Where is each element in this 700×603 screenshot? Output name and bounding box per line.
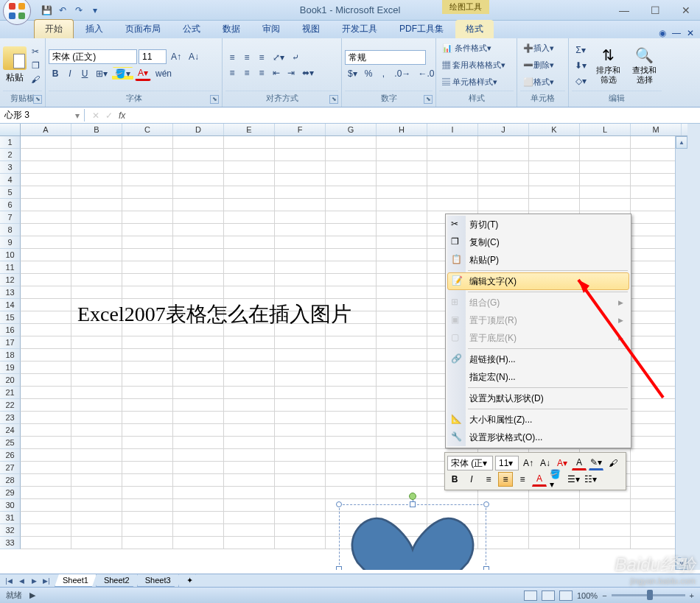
- cell[interactable]: [21, 412, 71, 424]
- cell[interactable]: [224, 211, 275, 224]
- format-as-table-button[interactable]: ▦ 套用表格格式▾: [439, 58, 508, 72]
- zoom-out-icon[interactable]: −: [602, 591, 606, 600]
- col-header[interactable]: F: [275, 124, 326, 135]
- italic-button[interactable]: I: [63, 67, 77, 80]
- cell[interactable]: [631, 437, 682, 449]
- cell[interactable]: [224, 524, 275, 537]
- cell[interactable]: [275, 286, 326, 299]
- row-header[interactable]: 33: [0, 537, 21, 549]
- cell[interactable]: [173, 174, 224, 186]
- cell[interactable]: [377, 261, 427, 274]
- cell[interactable]: [275, 424, 326, 437]
- tab-page-layout[interactable]: 页面布局: [115, 20, 171, 38]
- cell[interactable]: [122, 512, 173, 524]
- autosum-icon[interactable]: Σ▾: [572, 43, 589, 57]
- cell[interactable]: [377, 474, 427, 487]
- cell[interactable]: [377, 399, 427, 412]
- ctx-copy[interactable]: ❐复制(C): [447, 233, 629, 251]
- col-header[interactable]: D: [173, 124, 224, 135]
- cell[interactable]: [326, 261, 377, 274]
- row-header[interactable]: 18: [0, 349, 21, 362]
- cell[interactable]: [173, 499, 224, 512]
- cell[interactable]: [377, 149, 427, 161]
- cell[interactable]: [275, 474, 326, 487]
- cell[interactable]: [377, 462, 427, 474]
- cell[interactable]: [377, 437, 427, 449]
- tab-format[interactable]: 格式: [455, 20, 494, 38]
- cell[interactable]: [224, 149, 275, 161]
- cell[interactable]: [275, 136, 326, 149]
- cell[interactable]: [21, 286, 71, 299]
- cell[interactable]: [122, 186, 173, 199]
- cell[interactable]: [631, 499, 682, 512]
- tab-formulas[interactable]: 公式: [172, 20, 211, 38]
- decrease-decimal-icon[interactable]: ←.0: [415, 67, 437, 80]
- select-all-corner[interactable]: [0, 124, 21, 135]
- cell[interactable]: [631, 199, 682, 211]
- cell[interactable]: [173, 387, 224, 399]
- col-header[interactable]: B: [71, 124, 122, 135]
- cell[interactable]: [478, 199, 529, 211]
- font-size-combo[interactable]: 11: [139, 49, 167, 64]
- cell[interactable]: [631, 324, 682, 336]
- cell[interactable]: [173, 186, 224, 199]
- page-layout-view-icon[interactable]: [542, 590, 555, 601]
- cell[interactable]: [122, 499, 173, 512]
- cell[interactable]: [529, 161, 580, 174]
- cell[interactable]: [326, 437, 377, 449]
- row-header[interactable]: 28: [0, 474, 21, 487]
- row-header[interactable]: 9: [0, 236, 21, 249]
- cell[interactable]: [21, 349, 71, 362]
- cell[interactable]: [71, 249, 122, 261]
- cell[interactable]: [122, 399, 173, 412]
- cell[interactable]: [275, 236, 326, 249]
- col-header[interactable]: A: [21, 124, 71, 135]
- cell[interactable]: [326, 336, 377, 349]
- cell[interactable]: [173, 537, 224, 549]
- cell[interactable]: [21, 437, 71, 449]
- cell[interactable]: [224, 499, 275, 512]
- cell[interactable]: [21, 474, 71, 487]
- cell[interactable]: [529, 149, 580, 161]
- row-header[interactable]: 3: [0, 161, 21, 174]
- cell[interactable]: [427, 161, 478, 174]
- cell[interactable]: [326, 224, 377, 236]
- row-header[interactable]: 8: [0, 224, 21, 236]
- cell[interactable]: [71, 362, 122, 374]
- cell[interactable]: [173, 449, 224, 462]
- cell[interactable]: [326, 349, 377, 362]
- cell[interactable]: [478, 136, 529, 149]
- normal-view-icon[interactable]: [524, 590, 537, 601]
- cell[interactable]: [21, 462, 71, 474]
- cell[interactable]: [326, 462, 377, 474]
- resize-handle[interactable]: [336, 501, 342, 507]
- cell[interactable]: [224, 424, 275, 437]
- cell[interactable]: [326, 474, 377, 487]
- cell[interactable]: [631, 286, 682, 299]
- wrap-text-icon[interactable]: ⤶: [289, 51, 302, 64]
- mini-format-painter-icon[interactable]: 🖌: [606, 456, 620, 470]
- align-middle-icon[interactable]: ≡: [240, 51, 253, 64]
- orientation-icon[interactable]: ⤢▾: [270, 51, 287, 64]
- row-header[interactable]: 22: [0, 399, 21, 412]
- cell[interactable]: [631, 249, 682, 261]
- cell[interactable]: [326, 387, 377, 399]
- cell[interactable]: [275, 249, 326, 261]
- align-center-icon[interactable]: ≡: [240, 66, 253, 80]
- cell[interactable]: [71, 474, 122, 487]
- cell[interactable]: [326, 211, 377, 224]
- cell[interactable]: [631, 299, 682, 311]
- cell[interactable]: [631, 274, 682, 286]
- cell[interactable]: [122, 149, 173, 161]
- page-break-view-icon[interactable]: [559, 590, 573, 601]
- tab-pdf-tools[interactable]: PDF工具集: [389, 20, 454, 38]
- mini-fill-icon[interactable]: 🪣▾: [549, 472, 564, 487]
- cell[interactable]: [71, 412, 122, 424]
- cell[interactable]: [173, 374, 224, 387]
- cell[interactable]: [224, 249, 275, 261]
- ctx-format-shape[interactable]: 🔧设置形状格式(O)...: [447, 429, 629, 446]
- cell[interactable]: [427, 136, 478, 149]
- row-header[interactable]: 20: [0, 374, 21, 387]
- cell[interactable]: [275, 524, 326, 537]
- cell[interactable]: [224, 224, 275, 236]
